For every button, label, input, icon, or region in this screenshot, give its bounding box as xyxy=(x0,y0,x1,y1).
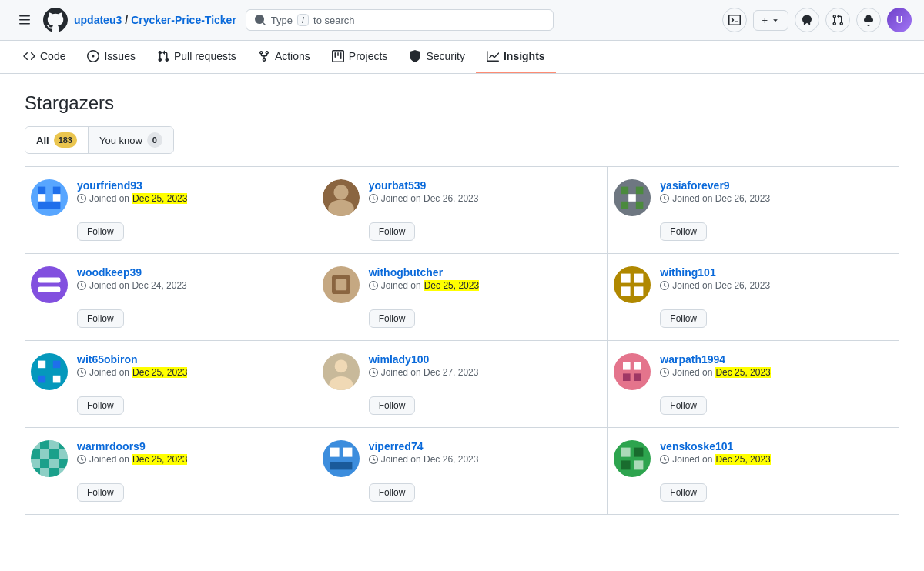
joined-date-highlight: Dec 25, 2023 xyxy=(715,454,770,465)
clock-icon xyxy=(369,194,378,203)
username-link[interactable]: wit65obiron xyxy=(77,353,310,366)
username-link[interactable]: venskoske101 xyxy=(660,440,893,452)
svg-rect-23 xyxy=(634,274,644,283)
new-plus-icon: + xyxy=(762,15,768,26)
svg-rect-2 xyxy=(53,187,61,195)
svg-rect-26 xyxy=(31,353,68,390)
list-item: woodkeep39 Joined on Dec 24, 2023 Follow xyxy=(25,254,316,341)
follow-button[interactable]: Follow xyxy=(77,222,124,241)
joined-text: Joined on Dec 26, 2023 xyxy=(381,454,479,465)
chevron-down-icon xyxy=(771,15,780,25)
stargazer-info: warpath1994 Joined on Dec 25, 2023 xyxy=(614,353,893,390)
user-details: yourbat539 Joined on Dec 26, 2023 xyxy=(369,179,601,204)
list-item: wit65obiron Joined on Dec 25, 2023 Follo… xyxy=(25,341,316,428)
avatar xyxy=(31,266,68,303)
username-link[interactable]: withing101 xyxy=(660,266,893,279)
follow-button[interactable]: Follow xyxy=(77,483,124,502)
username-link[interactable]: yourbat539 xyxy=(369,179,601,192)
clock-icon xyxy=(77,194,86,203)
joined-text: Joined on Dec 27, 2023 xyxy=(381,367,479,378)
list-item: viperred74 Joined on Dec 26, 2023 Follow xyxy=(316,428,608,515)
joined-text: Joined on xyxy=(381,280,421,291)
joined-text: Joined on Dec 26, 2023 xyxy=(672,193,770,204)
user-details: wimlady100 Joined on Dec 27, 2023 xyxy=(369,353,601,378)
svg-rect-15 xyxy=(31,266,68,303)
clock-icon xyxy=(77,281,86,290)
follow-button[interactable]: Follow xyxy=(660,396,707,415)
joined-date: Joined on Dec 25, 2023 xyxy=(77,193,310,204)
svg-rect-11 xyxy=(636,187,644,195)
joined-date-highlight: Dec 25, 2023 xyxy=(424,280,479,291)
user-avatar[interactable]: U xyxy=(887,8,912,32)
follow-button[interactable]: Follow xyxy=(369,483,416,502)
github-logo xyxy=(43,8,68,32)
joined-date-highlight: Dec 25, 2023 xyxy=(132,367,187,378)
joined-date-highlight: Dec 25, 2023 xyxy=(132,193,187,204)
stargazer-info: yourfriend93 Joined on Dec 25, 2023 xyxy=(31,179,310,216)
new-button[interactable]: + xyxy=(753,10,788,31)
pr-icon-button[interactable] xyxy=(825,8,850,32)
username-link[interactable]: woodkeep39 xyxy=(77,266,310,279)
tab-insights[interactable]: Insights xyxy=(476,41,556,73)
filter-tab-all[interactable]: All 183 xyxy=(25,127,89,153)
username-link[interactable]: warmrdoors9 xyxy=(77,440,310,452)
search-icon xyxy=(254,14,266,26)
svg-rect-41 xyxy=(49,440,59,449)
breadcrumb-repo[interactable]: Crycker-Price-Ticker xyxy=(131,14,236,26)
filter-tab-you-know[interactable]: You know 0 xyxy=(89,127,173,153)
username-link[interactable]: warpath1994 xyxy=(660,353,893,366)
follow-button[interactable]: Follow xyxy=(77,396,124,415)
follow-button[interactable]: Follow xyxy=(77,309,124,328)
clock-icon xyxy=(77,455,86,464)
projects-icon xyxy=(332,50,344,62)
follow-button[interactable]: Follow xyxy=(660,222,707,241)
list-item: wimlady100 Joined on Dec 27, 2023 Follow xyxy=(316,341,608,428)
filter-all-count: 183 xyxy=(54,132,77,148)
svg-rect-45 xyxy=(49,459,59,468)
stargazer-info: yourbat539 Joined on Dec 26, 2023 xyxy=(323,179,601,216)
filter-youknow-count: 0 xyxy=(147,132,162,148)
search-label: Type xyxy=(271,15,293,26)
copilot-button[interactable] xyxy=(795,8,819,32)
joined-text: Joined on Dec 26, 2023 xyxy=(672,280,770,291)
filter-all-label: All xyxy=(36,135,49,146)
stargazer-info: withing101 Joined on Dec 26, 2023 xyxy=(614,266,893,303)
page-title: Stargazers xyxy=(25,92,899,114)
svg-rect-14 xyxy=(629,194,637,202)
follow-button[interactable]: Follow xyxy=(369,396,416,415)
stargazers-grid: yourfriend93 Joined on Dec 25, 2023 Foll… xyxy=(25,167,899,515)
joined-text: Joined on xyxy=(672,367,712,378)
follow-button[interactable]: Follow xyxy=(660,309,707,328)
username-link[interactable]: yasiaforever9 xyxy=(660,179,893,192)
tab-actions[interactable]: Actions xyxy=(247,41,321,73)
terminal-button[interactable] xyxy=(722,8,747,32)
tab-issues[interactable]: Issues xyxy=(76,41,146,73)
username-link[interactable]: withogbutcher xyxy=(369,266,601,279)
breadcrumb-user[interactable]: updateu3 xyxy=(74,14,122,26)
search-bar[interactable]: Type / to search xyxy=(246,9,554,31)
hamburger-button[interactable] xyxy=(12,8,37,32)
tab-code[interactable]: Code xyxy=(12,41,76,73)
tab-pull-requests[interactable]: Pull requests xyxy=(146,41,247,73)
user-details: yourfriend93 Joined on Dec 25, 2023 xyxy=(77,179,310,204)
user-details: withing101 Joined on Dec 26, 2023 xyxy=(660,266,893,291)
svg-rect-17 xyxy=(38,286,61,292)
follow-button[interactable]: Follow xyxy=(369,222,416,241)
username-link[interactable]: viperred74 xyxy=(369,440,601,452)
username-link[interactable]: yourfriend93 xyxy=(77,179,310,192)
svg-rect-36 xyxy=(634,362,642,370)
tab-security[interactable]: Security xyxy=(398,41,476,73)
clock-icon xyxy=(369,368,378,377)
joined-date-highlight: Dec 25, 2023 xyxy=(132,454,187,465)
follow-button[interactable]: Follow xyxy=(660,483,707,502)
joined-date: Joined on Dec 27, 2023 xyxy=(369,367,601,378)
username-link[interactable]: wimlady100 xyxy=(369,353,601,366)
svg-rect-54 xyxy=(634,448,644,457)
avatar xyxy=(614,179,651,216)
joined-text: Joined on xyxy=(89,367,129,378)
header-actions: + U xyxy=(722,8,912,32)
notification-button[interactable] xyxy=(856,8,881,32)
follow-button[interactable]: Follow xyxy=(369,309,416,328)
svg-rect-52 xyxy=(614,440,651,477)
tab-projects[interactable]: Projects xyxy=(321,41,399,73)
